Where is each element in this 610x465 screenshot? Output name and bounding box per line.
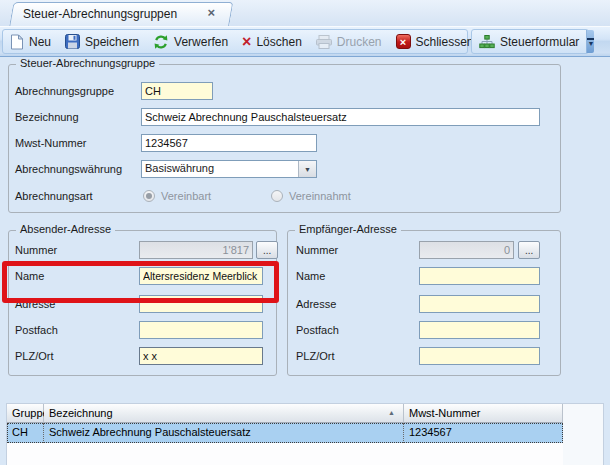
column-header-gruppe[interactable]: Gruppe	[7, 404, 44, 423]
drucken-label: Drucken	[337, 35, 382, 49]
abrechnungsgruppe-label: Abrechnungsgruppe	[15, 85, 114, 97]
absender-name-label: Name	[15, 270, 44, 282]
absender-plz-ort-input[interactable]	[139, 347, 263, 365]
steuerformular-label: Steuerformular	[500, 35, 579, 49]
drucken-button[interactable]: Drucken	[309, 30, 389, 53]
radio-vereinbart-label: Vereinbart	[161, 190, 211, 202]
empfaenger-browse-button[interactable]: ...	[518, 241, 540, 259]
radio-vereinnahmt[interactable]	[271, 190, 283, 202]
abrechnungsart-label: Abrechnungsart	[15, 190, 93, 202]
absender-nummer-label: Nummer	[15, 244, 57, 256]
empfaenger-name-input[interactable]	[419, 267, 540, 285]
loeschen-label: Löschen	[256, 35, 301, 49]
cell-gruppe: CH	[12, 426, 42, 438]
groupbox-title: Absender-Adresse	[16, 223, 115, 235]
empfaenger-adresse-input[interactable]	[419, 295, 540, 313]
save-floppy-icon	[65, 34, 80, 49]
sort-ascending-icon: ▲	[388, 409, 395, 416]
cell-separator	[43, 423, 44, 443]
absender-nummer-input[interactable]	[139, 241, 253, 259]
mwst-nummer-input[interactable]	[141, 134, 317, 152]
toolbar-overflow-button-2[interactable]: ▼	[586, 30, 594, 53]
speichern-label: Speichern	[85, 35, 139, 49]
abrechnungsgruppe-input[interactable]	[141, 82, 213, 100]
neu-label: Neu	[29, 35, 51, 49]
verwerfen-label: Verwerfen	[174, 35, 228, 49]
empfaenger-postfach-input[interactable]	[419, 321, 540, 339]
close-box-icon: ×	[396, 34, 411, 49]
bezeichnung-input[interactable]	[141, 108, 540, 126]
discard-refresh-icon	[153, 34, 169, 50]
org-chart-icon	[479, 35, 495, 49]
toolbar-group-steuerformular: Steuerformular ▼	[471, 29, 589, 54]
empfaenger-plz-ort-input[interactable]	[419, 347, 540, 365]
application-window: Steuer-Abrechnungsgruppen × Neu Speicher…	[0, 0, 610, 465]
absender-adresse-input[interactable]	[139, 295, 263, 313]
grid-columns-area: Gruppe Bezeichnung ▲ Mwst-Nummer CH Schw…	[7, 404, 563, 465]
schliessen-label: Schliessen	[416, 35, 474, 49]
results-grid: Gruppe Bezeichnung ▲ Mwst-Nummer CH Schw…	[6, 403, 604, 465]
empfaenger-nummer-label: Nummer	[296, 244, 338, 256]
absender-name-input[interactable]	[139, 267, 263, 285]
cell-separator	[403, 423, 404, 443]
groupbox-steuer-abrechnungsgruppe: Steuer-Abrechnungsgruppe Abrechnungsgrup…	[8, 64, 561, 213]
column-header-mwst-nummer[interactable]: Mwst-Nummer	[404, 404, 563, 423]
toolbar-group-main: Neu Speichern Verwerfen × Löschen Drucke…	[2, 29, 468, 54]
loeschen-button[interactable]: × Löschen	[235, 30, 309, 53]
groupbox-title: Steuer-Abrechnungsgruppe	[16, 57, 159, 69]
combobox-dropdown-button[interactable]: ▼	[298, 161, 316, 177]
empfaenger-plz-ort-label: PLZ/Ort	[296, 350, 335, 362]
cell-bezeichnung: Schweiz Abrechnung Pauschalsteuersatz	[49, 426, 399, 438]
empfaenger-name-label: Name	[296, 270, 325, 282]
header-label: Bezeichnung	[49, 407, 113, 419]
verwerfen-button[interactable]: Verwerfen	[146, 30, 235, 53]
steuerformular-button[interactable]: Steuerformular	[472, 30, 586, 53]
combobox-selected-value: Basiswährung	[142, 161, 298, 177]
mwst-nummer-label: Mwst-Nummer	[15, 137, 87, 149]
absender-postfach-label: Postfach	[15, 324, 58, 336]
tab-steuer-abrechnungsgruppen[interactable]: Steuer-Abrechnungsgruppen ×	[9, 2, 229, 26]
header-label: Mwst-Nummer	[409, 407, 481, 419]
absender-browse-button[interactable]: ...	[256, 241, 278, 259]
chevron-down-icon: ▼	[304, 166, 311, 173]
delete-x-icon: ×	[242, 35, 251, 49]
empfaenger-adresse-label: Adresse	[296, 298, 336, 310]
absender-postfach-input[interactable]	[139, 321, 263, 339]
grid-row-selected[interactable]: CH Schweiz Abrechnung Pauschalsteuersatz…	[7, 423, 563, 443]
absender-adresse-label: Adresse	[15, 298, 55, 310]
chevron-down-icon: ▼	[587, 41, 594, 46]
empfaenger-postfach-label: Postfach	[296, 324, 339, 336]
cell-mwst-nummer: 1234567	[409, 426, 559, 438]
toolbar: Neu Speichern Verwerfen × Löschen Drucke…	[0, 26, 610, 57]
tab-title: Steuer-Abrechnungsgruppen	[23, 7, 177, 21]
abrechnungswaehrung-combobox[interactable]: Basiswährung ▼	[141, 160, 317, 178]
radio-vereinnahmt-label: Vereinnahmt	[289, 190, 351, 202]
empfaenger-nummer-input[interactable]	[419, 241, 514, 259]
tab-close-icon[interactable]: ×	[207, 5, 215, 20]
groupbox-absender-adresse: Absender-Adresse Nummer ... Name Adresse…	[8, 230, 277, 376]
new-document-icon	[10, 34, 24, 50]
absender-plz-ort-label: PLZ/Ort	[15, 350, 54, 362]
groupbox-empfaenger-adresse: Empfänger-Adresse Nummer ... Name Adress…	[287, 230, 561, 376]
column-header-bezeichnung[interactable]: Bezeichnung ▲	[44, 404, 404, 423]
printer-icon	[316, 35, 332, 49]
speichern-button[interactable]: Speichern	[58, 30, 146, 53]
bezeichnung-label: Bezeichnung	[15, 111, 79, 123]
schliessen-button[interactable]: × Schliessen	[389, 30, 481, 53]
abrechnungswaehrung-label: Abrechnungswährung	[15, 163, 122, 175]
tab-strip: Steuer-Abrechnungsgruppen ×	[0, 0, 610, 26]
radio-vereinbart[interactable]	[143, 190, 155, 202]
neu-button[interactable]: Neu	[3, 30, 58, 53]
groupbox-title: Empfänger-Adresse	[295, 223, 401, 235]
